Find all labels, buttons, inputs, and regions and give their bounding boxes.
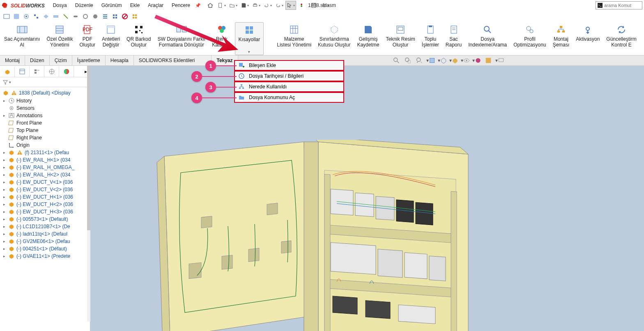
tree-component[interactable]: ▸(-) LC1D1210B7<1> (De	[2, 223, 88, 230]
property-tab[interactable]	[15, 66, 30, 77]
tb-icon-2[interactable]	[12, 12, 21, 21]
tree-component[interactable]: ▸(-) EW_DUCT_H<2> (036	[2, 201, 88, 208]
tree-component[interactable]: ▸(f) 21311<1> (Defau	[2, 149, 88, 156]
tree-component[interactable]: ▸(-) 004251<1> (Défaut)	[2, 245, 88, 252]
ribbon-sac-acinim[interactable]: Sac Açınımlarını Al	[1, 22, 43, 55]
ribbon-kisayollar[interactable]: Kısayollar▾	[235, 22, 264, 55]
tb-icon-7[interactable]	[62, 12, 70, 21]
ribbon-gelismis[interactable]: Gelişmiş Kaydetme	[354, 22, 382, 55]
tb-icon-8[interactable]	[71, 12, 80, 21]
tree-annotations[interactable]: ▸AAnnotations	[2, 112, 88, 119]
tree-front-plane[interactable]: Front Plane	[2, 119, 88, 127]
ribbon-indexleme[interactable]: Dosya Indexleme/Arama	[465, 22, 510, 55]
zoom-area-icon[interactable]	[403, 56, 412, 65]
tree-right-plane[interactable]: Right Plane	[2, 134, 88, 141]
menu-file[interactable]: Dosya	[49, 1, 71, 10]
tree-component[interactable]: ▸(-) EW_DUCT_V<1> (036	[2, 178, 88, 186]
print-button[interactable]	[251, 1, 262, 10]
tree-history[interactable]: ▸History	[2, 97, 88, 104]
tree-component[interactable]: ▸(-) EW_DUCT_H<3> (036	[2, 208, 88, 215]
pin-icon[interactable]: 📌	[195, 3, 201, 8]
menu-tools[interactable]: Araçlar	[144, 1, 168, 10]
menu-edit[interactable]: Düzenle	[71, 1, 97, 10]
tb-icon-10[interactable]	[91, 12, 99, 21]
menu-window[interactable]: Pencere	[168, 1, 194, 10]
tb-icon-9[interactable]	[81, 12, 90, 21]
search-box[interactable]	[596, 1, 642, 9]
ribbon-teknik[interactable]: Teknik Resim Oluştur	[382, 22, 418, 55]
filter-row[interactable]: ▾	[0, 77, 90, 87]
menu-view[interactable]: Görünüm	[97, 1, 126, 10]
ribbon-renk[interactable]: Renk Kataloğu	[209, 22, 235, 55]
ribbon-montaj-sema[interactable]: Montaj Şeması	[550, 22, 573, 55]
prev-view-icon[interactable]	[415, 56, 424, 65]
tree-component[interactable]: ▸(-) EW_DUCT_V<2> (036	[2, 186, 88, 193]
tree-origin[interactable]: Origin	[2, 141, 88, 149]
save-button[interactable]	[239, 1, 250, 10]
ribbon-profil[interactable]: Profil Optimizasyonu	[510, 22, 549, 55]
traffic-light-icon[interactable]	[297, 1, 308, 10]
config-tab[interactable]	[30, 66, 44, 77]
tb-icon-1[interactable]	[2, 12, 11, 21]
dimxpert-tab[interactable]	[44, 66, 59, 77]
tab-hesapla[interactable]: Hesapla	[106, 56, 134, 65]
dd-nerede-kullanildi[interactable]: Nerede Kullanıldı	[234, 81, 344, 92]
ribbon-malzeme[interactable]: Malzeme Listesi Yönetimi	[274, 22, 315, 55]
tree-component[interactable]: ▸(-) GVAE11<1> (Predete	[2, 252, 88, 260]
hide-show-icon[interactable]: ▾	[461, 56, 470, 65]
tree-sensors[interactable]: Sensors	[2, 104, 88, 112]
tab-isaretleme[interactable]: İşaretleme	[72, 56, 106, 65]
tree-component[interactable]: ▸(-) EW_RAIL_H<2> (034	[2, 171, 88, 178]
ribbon-sw-dosya[interactable]: SW Dosyalarını Farklı Formatlara Dönüştü…	[154, 22, 209, 55]
feature-tree-tab[interactable]	[0, 66, 15, 77]
ribbon-qr[interactable]: QR Barkod Oluştur	[123, 22, 154, 55]
tb-icon-11[interactable]	[101, 12, 109, 21]
ribbon-antet[interactable]: Antetleri Değiştir	[99, 22, 123, 55]
dd-dosya-konumu[interactable]: Dosya Konumunu Aç	[234, 92, 344, 103]
tb-icon-12[interactable]	[111, 12, 119, 21]
section-icon[interactable]: ▾	[426, 56, 435, 65]
tab-duzen[interactable]: Düzen	[25, 56, 50, 65]
tab-eklentiler[interactable]: SOLIDWORKS Eklentileri	[134, 56, 212, 65]
ribbon-sac-raporu[interactable]: Sac Raporu	[442, 22, 465, 55]
select-button[interactable]	[285, 1, 296, 10]
tree-top-plane[interactable]: Top Plane	[2, 127, 88, 134]
tree-component[interactable]: ▸(-) 005573<1> (Default)	[2, 215, 88, 223]
menu-insert[interactable]: Ekle	[126, 1, 144, 10]
ribbon-pdf[interactable]: PDFPDF Oluştur	[76, 22, 99, 55]
display-tab[interactable]	[59, 66, 74, 77]
tb-icon-13[interactable]	[121, 12, 129, 21]
ribbon-ozel-ozellik[interactable]: Özel Özellik Yönetimi	[43, 22, 76, 55]
tb-icon-5[interactable]	[42, 12, 50, 21]
appearance-icon[interactable]: ▾	[472, 56, 481, 65]
tb-icon-4[interactable]	[32, 12, 40, 21]
tree-component[interactable]: ▸(-) EW_DUCT_H<1> (036	[2, 193, 88, 201]
tb-icon-3[interactable]	[22, 12, 30, 21]
ribbon-toplu[interactable]: Toplu İşlemler	[419, 22, 442, 55]
home-button[interactable]	[205, 1, 216, 10]
open-button[interactable]	[228, 1, 239, 10]
redo-button[interactable]	[274, 1, 285, 10]
display-style-icon[interactable]: ▾	[449, 56, 458, 65]
view-orient-icon[interactable]: ▾	[438, 56, 447, 65]
dd-dosya-tarihcsesi[interactable]: Dosya Tarihçesi / Bilgileri	[234, 71, 344, 81]
tab-montaj[interactable]: Montaj	[0, 56, 25, 65]
tree-component[interactable]: ▸(-) GV2ME06<1> (Defau	[2, 238, 88, 245]
3d-viewport[interactable]	[90, 66, 644, 331]
tree-component[interactable]: ▸(-) ladn11tq<1> (Defaul	[2, 230, 88, 238]
tree-component[interactable]: ▸(-) EW_RAIL_H<1> (034	[2, 156, 88, 164]
tb-icon-6[interactable]	[52, 12, 60, 21]
tree-component[interactable]: ▸(-) EW_RAIL_H_OMEGA_	[2, 164, 88, 171]
tb-icon-14[interactable]	[131, 12, 139, 21]
tree-root-item[interactable]: 1838 (Default) <Display	[2, 89, 88, 97]
dd-bilesen-ekle[interactable]: Bileşen Ekle	[234, 60, 344, 71]
ribbon-sinirlandirma[interactable]: Sınırlandırma Kutusu Oluştur	[315, 22, 354, 55]
zoom-fit-icon[interactable]	[392, 56, 401, 65]
tab-cizim[interactable]: Çizim	[50, 56, 72, 65]
scene-icon[interactable]	[484, 56, 493, 65]
search-input[interactable]	[604, 3, 640, 8]
new-button[interactable]	[216, 1, 227, 10]
undo-button[interactable]	[262, 1, 273, 10]
viewport-icon[interactable]: ▾	[495, 56, 504, 65]
ribbon-guncelleme[interactable]: Güncelleştirm Kontrol E	[603, 22, 639, 55]
